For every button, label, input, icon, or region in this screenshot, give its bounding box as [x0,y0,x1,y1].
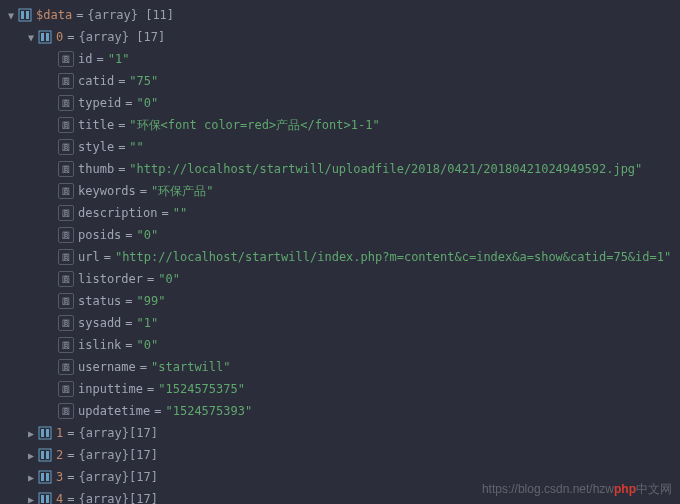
tree-row-field[interactable]: 圆typeid="0" [6,92,680,114]
field-key: sysadd [78,316,121,330]
equals: = [114,162,129,176]
string-icon: 圆 [58,139,74,155]
field-key: style [78,140,114,154]
equals: = [143,272,158,286]
field-value: "0" [137,228,159,242]
tree-row-field[interactable]: 圆sysadd="1" [6,312,680,334]
field-value: "http://localhost/startwill/index.php?m=… [115,250,671,264]
field-key: username [78,360,136,374]
tree-row-0[interactable]: ▼ 0 = {array} [17] [6,26,680,48]
svg-rect-5 [46,33,49,41]
equals: = [121,316,136,330]
tree-row-sibling[interactable]: ▶4={array} [17] [6,488,680,504]
field-key: title [78,118,114,132]
count-label: [17] [129,492,158,504]
string-icon: 圆 [58,117,74,133]
tree-row-field[interactable]: 圆url="http://localhost/startwill/index.p… [6,246,680,268]
svg-rect-15 [39,493,51,504]
svg-rect-16 [41,495,44,503]
key-name: 2 [56,448,63,462]
tree-row-field[interactable]: 圆islink="0" [6,334,680,356]
equals: = [114,140,129,154]
type-label: {array} [78,470,129,484]
field-key: description [78,206,157,220]
svg-rect-11 [46,451,49,459]
equals: = [114,74,129,88]
tree-row-field[interactable]: 圆username="startwill" [6,356,680,378]
string-icon: 圆 [58,403,74,419]
field-value: "http://localhost/startwill/uploadfile/2… [129,162,642,176]
equals: = [143,382,158,396]
caret-down-icon[interactable]: ▼ [6,10,16,21]
equals: = [92,52,107,66]
svg-rect-17 [46,495,49,503]
tree-row-sibling[interactable]: ▶1={array} [17] [6,422,680,444]
tree-row-field[interactable]: 圆updatetime="1524575393" [6,400,680,422]
tree-row-field[interactable]: 圆keywords="环保产品" [6,180,680,202]
field-value: "1" [108,52,130,66]
equals: = [121,294,136,308]
svg-rect-2 [26,11,29,19]
caret-right-icon[interactable]: ▶ [26,494,36,505]
count-label: [17] [129,448,158,462]
field-key: id [78,52,92,66]
array-icon [38,30,52,44]
string-icon: 圆 [58,315,74,331]
type-label: {array} [78,426,129,440]
field-value: "1" [137,316,159,330]
count-label: [17] [129,426,158,440]
field-value: "99" [137,294,166,308]
equals: = [157,206,172,220]
type-label: {array} [78,30,129,44]
field-value: "75" [129,74,158,88]
tree-row-sibling[interactable]: ▶3={array} [17] [6,466,680,488]
equals: = [121,96,136,110]
type-label: {array} [78,448,129,462]
debug-tree: ▼ $data = {array} [11] ▼ 0 = {array} [17… [0,0,680,504]
field-key: listorder [78,272,143,286]
tree-row-field[interactable]: 圆status="99" [6,290,680,312]
field-key: updatetime [78,404,150,418]
tree-row-field[interactable]: 圆description="" [6,202,680,224]
tree-row-field[interactable]: 圆title="环保<font color=red>产品</font>1-1" [6,114,680,136]
array-icon [38,492,52,504]
tree-row-field[interactable]: 圆inputtime="1524575375" [6,378,680,400]
field-value: "0" [137,338,159,352]
svg-rect-4 [41,33,44,41]
tree-row-field[interactable]: 圆catid="75" [6,70,680,92]
field-value: "1524575375" [158,382,245,396]
caret-down-icon[interactable]: ▼ [26,32,36,43]
var-name: $data [36,8,72,22]
tree-row-field[interactable]: 圆style="" [6,136,680,158]
tree-row-field[interactable]: 圆thumb="http://localhost/startwill/uploa… [6,158,680,180]
field-value: "环保产品" [151,183,213,200]
caret-right-icon[interactable]: ▶ [26,472,36,483]
svg-rect-0 [19,9,31,21]
caret-right-icon[interactable]: ▶ [26,428,36,439]
string-icon: 圆 [58,161,74,177]
equals: = [150,404,165,418]
equals: = [63,470,78,484]
key-name: 4 [56,492,63,504]
key-name: 1 [56,426,63,440]
caret-right-icon[interactable]: ▶ [26,450,36,461]
tree-row-field[interactable]: 圆id="1" [6,48,680,70]
tree-row-root[interactable]: ▼ $data = {array} [11] [6,4,680,26]
svg-rect-1 [21,11,24,19]
field-key: url [78,250,100,264]
field-key: inputtime [78,382,143,396]
tree-row-field[interactable]: 圆listorder="0" [6,268,680,290]
string-icon: 圆 [58,359,74,375]
string-icon: 圆 [58,337,74,353]
tree-row-field[interactable]: 圆posids="0" [6,224,680,246]
tree-row-sibling[interactable]: ▶2={array} [17] [6,444,680,466]
svg-rect-9 [39,449,51,461]
count-label: [11] [145,8,174,22]
equals: = [63,30,78,44]
svg-rect-6 [39,427,51,439]
svg-rect-7 [41,429,44,437]
string-icon: 圆 [58,95,74,111]
count-label: [17] [129,470,158,484]
type-label: {array} [78,492,129,504]
equals: = [72,8,87,22]
